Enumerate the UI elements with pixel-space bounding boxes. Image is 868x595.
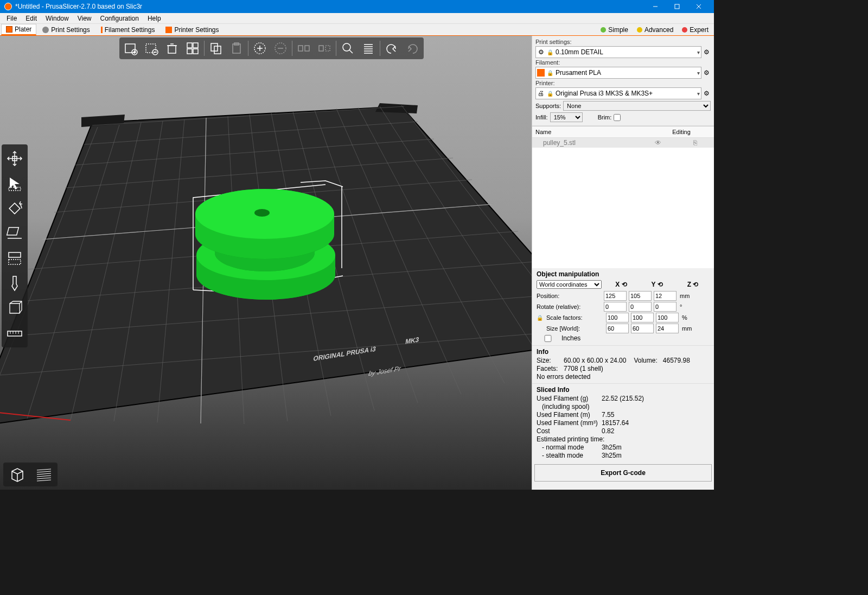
red-dot-icon bbox=[682, 27, 687, 33]
infill-dropdown[interactable]: 15% bbox=[550, 112, 583, 122]
svg-line-71 bbox=[349, 50, 353, 53]
mode-expert[interactable]: Expert bbox=[678, 25, 713, 35]
measure-tool[interactable] bbox=[3, 296, 27, 320]
position-x[interactable] bbox=[604, 291, 627, 301]
svg-line-92 bbox=[37, 471, 51, 472]
export-gcode-button[interactable]: Export G-code bbox=[534, 464, 712, 482]
svg-rect-47 bbox=[146, 44, 156, 53]
print-settings-label: Print settings: bbox=[535, 39, 711, 45]
coord-system-dropdown[interactable]: World coordinates bbox=[537, 280, 602, 289]
object-name: pulley_5.stl bbox=[535, 139, 653, 147]
settings-gear-icon[interactable]: ⚙ bbox=[704, 90, 711, 97]
tab-plater[interactable]: Plater bbox=[1, 24, 36, 35]
mode-advanced[interactable]: Advanced bbox=[633, 25, 678, 35]
svg-rect-66 bbox=[298, 46, 303, 51]
col-editing: Editing bbox=[649, 126, 714, 137]
split-objects-button[interactable] bbox=[293, 39, 314, 58]
rotate-tool[interactable] bbox=[3, 197, 27, 220]
supports-label: Supports: bbox=[535, 103, 561, 109]
svg-marker-6 bbox=[375, 103, 418, 113]
delete-button[interactable] bbox=[141, 39, 162, 58]
svg-rect-83 bbox=[9, 252, 21, 257]
size-y[interactable] bbox=[631, 324, 654, 333]
scale-y[interactable] bbox=[631, 313, 654, 322]
menu-configuration[interactable]: Configuration bbox=[96, 14, 143, 23]
arrange-button[interactable] bbox=[182, 39, 203, 58]
tab-print-settings[interactable]: Print Settings bbox=[37, 24, 94, 35]
edit-icon[interactable]: ⎘ bbox=[690, 139, 700, 147]
menu-file[interactable]: File bbox=[2, 14, 21, 23]
select-tool[interactable] bbox=[3, 172, 27, 195]
3d-viewport[interactable]: ORIGINAL PRUSA i3 MK3 by Josef Pr bbox=[0, 36, 532, 490]
tabbar: Plater Print Settings Filament Settings … bbox=[0, 24, 714, 36]
chevron-down-icon: ▾ bbox=[697, 70, 700, 76]
view-preview-button[interactable] bbox=[30, 464, 56, 485]
size-x[interactable] bbox=[606, 324, 629, 333]
menu-window[interactable]: Window bbox=[41, 14, 73, 23]
chevron-down-icon: ▾ bbox=[697, 91, 700, 97]
settings-gear-icon[interactable]: ⚙ bbox=[704, 48, 711, 56]
paste-button[interactable] bbox=[226, 39, 247, 58]
scale-x[interactable] bbox=[606, 313, 629, 322]
filament-dropdown[interactable]: 🔒 Prusament PLA ▾ bbox=[535, 67, 701, 79]
svg-rect-53 bbox=[187, 43, 192, 48]
instance-add-button[interactable] bbox=[250, 39, 270, 58]
instance-remove-button[interactable] bbox=[270, 39, 291, 58]
svg-line-94 bbox=[37, 476, 51, 477]
menu-edit[interactable]: Edit bbox=[21, 14, 41, 23]
object-row[interactable]: pulley_5.stl 👁 ⎘ bbox=[532, 138, 714, 148]
menu-help[interactable]: Help bbox=[143, 14, 165, 23]
brim-checkbox[interactable] bbox=[614, 114, 621, 121]
paint-tool[interactable] bbox=[3, 271, 27, 295]
tab-filament-settings[interactable]: Filament Settings bbox=[96, 24, 160, 35]
position-y[interactable] bbox=[629, 291, 652, 301]
maximize-button[interactable] bbox=[666, 0, 688, 13]
printer-dropdown[interactable]: 🖨 🔒 Original Prusa i3 MK3S & MK3S+ ▾ bbox=[535, 87, 701, 99]
split-parts-button[interactable] bbox=[314, 39, 335, 58]
rotate-z[interactable] bbox=[654, 302, 676, 312]
svg-rect-54 bbox=[193, 43, 198, 48]
mode-simple[interactable]: Simple bbox=[596, 25, 633, 35]
position-z[interactable] bbox=[654, 291, 676, 301]
chevron-down-icon: ▾ bbox=[697, 49, 700, 55]
visibility-icon[interactable]: 👁 bbox=[653, 139, 663, 147]
svg-rect-67 bbox=[305, 46, 309, 51]
svg-rect-81 bbox=[7, 227, 19, 235]
rotate-x[interactable] bbox=[604, 302, 627, 312]
green-dot-icon bbox=[601, 27, 606, 33]
close-button[interactable] bbox=[688, 0, 710, 13]
variable-layer-button[interactable] bbox=[358, 39, 379, 58]
tab-filament-label: Filament Settings bbox=[105, 26, 155, 34]
lock-icon: 🔒 bbox=[547, 49, 553, 55]
ruler-tool[interactable] bbox=[3, 321, 27, 345]
rotate-y[interactable] bbox=[629, 302, 652, 312]
view-3d-button[interactable] bbox=[4, 464, 30, 485]
model-pulley[interactable] bbox=[195, 189, 335, 300]
object-manipulation: Object manipulation World coordinates X … bbox=[532, 268, 714, 345]
brim-label: Brim: bbox=[598, 114, 612, 121]
redo-button[interactable] bbox=[402, 39, 423, 58]
search-button[interactable] bbox=[337, 39, 358, 58]
inches-checkbox[interactable] bbox=[537, 335, 559, 342]
supports-dropdown[interactable]: None bbox=[563, 101, 711, 111]
size-z[interactable] bbox=[656, 324, 679, 333]
minimize-button[interactable] bbox=[644, 0, 666, 13]
svg-point-70 bbox=[343, 43, 350, 51]
svg-rect-80 bbox=[9, 203, 20, 214]
undo-button[interactable] bbox=[381, 39, 402, 58]
menu-view[interactable]: View bbox=[73, 14, 96, 23]
cut-tool[interactable] bbox=[3, 246, 27, 270]
add-button[interactable] bbox=[120, 39, 141, 58]
svg-line-93 bbox=[37, 473, 51, 474]
delete-all-button[interactable] bbox=[162, 39, 182, 58]
copy-button[interactable] bbox=[206, 39, 226, 58]
svg-rect-84 bbox=[9, 259, 21, 264]
print-settings-dropdown[interactable]: ⚙ 🔒 0.10mm DETAIL ▾ bbox=[535, 46, 701, 58]
app-icon bbox=[4, 3, 12, 10]
place-on-face-tool[interactable] bbox=[3, 221, 27, 245]
move-tool[interactable] bbox=[3, 147, 27, 170]
settings-gear-icon[interactable]: ⚙ bbox=[704, 69, 711, 77]
scale-z[interactable] bbox=[656, 313, 679, 322]
lock-icon[interactable]: 🔒 bbox=[537, 315, 544, 321]
tab-printer-settings[interactable]: Printer Settings bbox=[161, 24, 224, 35]
